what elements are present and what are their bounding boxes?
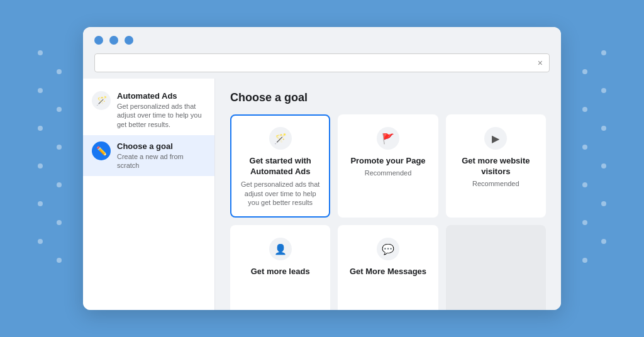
more-messages-card-icon: 💬 <box>377 238 399 260</box>
goal-card-website-visitors[interactable]: ▶ Get more website visitors Recommended <box>446 114 546 218</box>
close-icon[interactable]: × <box>538 58 543 67</box>
website-visitors-recommended: Recommended <box>472 180 519 187</box>
goal-card-more-messages[interactable]: 💬 Get More Messages <box>338 225 438 310</box>
main-panel: Choose a goal 🪄 Get started with Automat… <box>215 79 561 310</box>
window-dot-2 <box>109 36 118 45</box>
content-area: 🪄 Automated Ads Get personalized ads tha… <box>83 79 561 310</box>
goal-card-empty <box>446 225 546 310</box>
sidebar-choose-goal-text: Choose a goal Create a new ad from scrat… <box>117 141 206 170</box>
cards-grid: 🪄 Get started with Automated Ads Get per… <box>230 114 546 310</box>
goal-card-promote-page[interactable]: 🚩 Promote your Page Recommended <box>338 114 438 218</box>
sidebar-choose-goal-title: Choose a goal <box>117 141 206 151</box>
automated-ads-icon: 🪄 <box>92 91 111 110</box>
sidebar-automated-ads-desc: Get personalized ads that adjust over ti… <box>117 102 206 129</box>
sidebar-automated-ads-title: Automated Ads <box>117 91 206 101</box>
main-panel-title: Choose a goal <box>230 91 546 104</box>
sidebar-item-choose-goal[interactable]: ✏️ Choose a goal Create a new ad from sc… <box>83 135 214 177</box>
search-input[interactable]: Create ad <box>101 58 538 68</box>
website-visitors-card-icon: ▶ <box>484 127 507 150</box>
window-dot-1 <box>94 36 103 45</box>
website-visitors-card-title: Get more website visitors <box>456 156 536 177</box>
title-bar <box>83 27 561 51</box>
choose-goal-icon: ✏️ <box>92 141 111 160</box>
more-leads-card-icon: 👤 <box>269 238 292 260</box>
main-window: Create ad × 🪄 Automated Ads Get personal… <box>83 27 561 310</box>
search-bar-row: Create ad × <box>83 51 561 79</box>
search-bar[interactable]: Create ad × <box>94 53 550 72</box>
sidebar: 🪄 Automated Ads Get personalized ads tha… <box>83 79 215 310</box>
window-dot-3 <box>125 36 133 45</box>
sidebar-item-automated-ads[interactable]: 🪄 Automated Ads Get personalized ads tha… <box>83 85 214 135</box>
more-leads-card-title: Get more leads <box>251 267 310 277</box>
sidebar-automated-ads-text: Automated Ads Get personalized ads that … <box>117 91 206 129</box>
promote-page-card-title: Promote your Page <box>350 156 425 167</box>
promote-page-card-icon: 🚩 <box>377 127 399 150</box>
goal-card-automated-ads[interactable]: 🪄 Get started with Automated Ads Get per… <box>230 114 330 218</box>
sidebar-choose-goal-desc: Create a new ad from scratch <box>117 152 206 170</box>
promote-page-recommended: Recommended <box>365 169 412 177</box>
more-messages-card-title: Get More Messages <box>350 267 426 277</box>
goal-card-more-leads[interactable]: 👤 Get more leads <box>230 225 330 310</box>
automated-ads-card-title: Get started with Automated Ads <box>240 156 320 177</box>
automated-ads-card-icon: 🪄 <box>269 127 292 150</box>
automated-ads-card-desc: Get personalized ads that adjust over ti… <box>240 180 320 208</box>
